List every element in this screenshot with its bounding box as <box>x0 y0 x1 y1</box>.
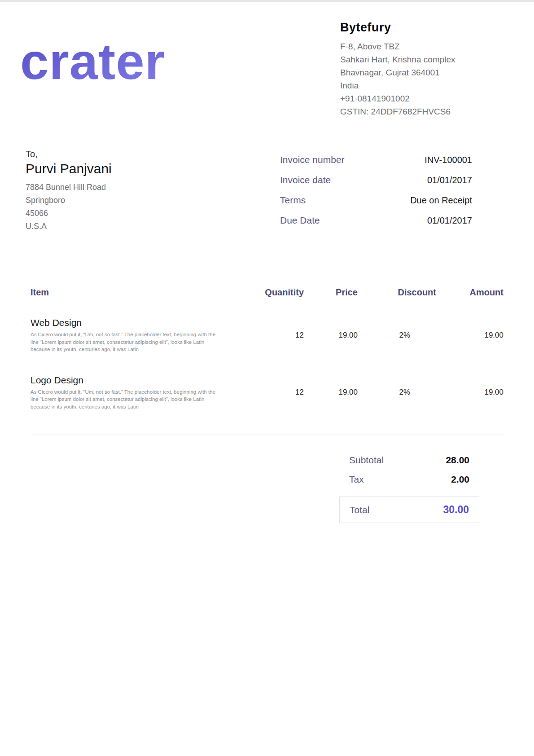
total-box: Total 30.00 <box>339 497 479 523</box>
invoice-info-section: To, Purvi Panjvani 7884 Bunnel Hill Road… <box>0 129 534 235</box>
terms-label: Terms <box>280 195 306 206</box>
subtotal-value: 28.00 <box>446 455 469 466</box>
terms-row: Terms Due on Receipt <box>280 195 472 206</box>
item-amount: 19.00 <box>436 388 503 397</box>
column-header-price: Price <box>304 287 358 298</box>
invoice-date-row: Invoice date 01/01/2017 <box>280 175 472 185</box>
customer-address-line: Springboro <box>26 194 112 207</box>
column-header-item: Item <box>31 287 259 298</box>
company-gstin: GSTIN: 24DDF7682FHVCS6 <box>340 105 475 118</box>
column-header-discount: Discount <box>358 287 436 298</box>
company-info: Bytefury F-8, Above TBZ Sahkari Hart, Kr… <box>340 17 475 118</box>
item-description: As Cicero would put it, “Um, not so fast… <box>31 331 221 353</box>
invoice-number-label: Invoice number <box>280 154 345 165</box>
table-bottom-divider <box>31 435 503 435</box>
crater-logo-text: crater <box>20 33 165 90</box>
table-row: Web Design As Cicero would put it, “Um, … <box>31 317 503 353</box>
item-name: Logo Design <box>31 375 259 386</box>
invoice-date-value: 01/01/2017 <box>427 175 472 185</box>
item-name: Web Design <box>31 317 259 328</box>
crater-logo-image: crater <box>20 29 222 92</box>
total-value: 30.00 <box>443 504 469 516</box>
crater-logo: crater <box>20 29 222 93</box>
customer-address-line: 7884 Bunnel Hill Road <box>26 181 112 194</box>
item-quantity: 12 <box>259 331 304 340</box>
bill-to-block: To, Purvi Panjvani 7884 Bunnel Hill Road… <box>26 149 112 235</box>
bill-to-label: To, <box>26 149 112 159</box>
item-description: As Cicero would put it, “Um, not so fast… <box>31 388 221 411</box>
item-quantity: 12 <box>259 388 304 397</box>
tax-row: Tax 2.00 <box>339 474 479 485</box>
customer-address-line: 45066 <box>26 207 112 220</box>
customer-name: Purvi Panjvani <box>26 161 112 176</box>
items-table-header: Item Quanitity Price Discount Amount <box>31 287 503 298</box>
item-price: 19.00 <box>304 388 358 397</box>
total-label: Total <box>350 505 369 515</box>
table-row: Logo Design As Cicero would put it, “Um,… <box>31 375 503 411</box>
due-date-value: 01/01/2017 <box>427 215 472 226</box>
column-header-quantity: Quanitity <box>259 287 304 298</box>
due-date-label: Due Date <box>280 215 320 226</box>
company-address-line: Sahkari Hart, Krishna complex <box>340 53 475 66</box>
items-table: Item Quanitity Price Discount Amount Web… <box>0 287 534 523</box>
invoice-date-label: Invoice date <box>280 175 331 185</box>
subtotal-row: Subtotal 28.00 <box>339 455 479 466</box>
totals-block: Subtotal 28.00 Tax 2.00 Total 30.00 <box>339 455 479 523</box>
tax-label: Tax <box>349 474 364 485</box>
terms-value: Due on Receipt <box>410 195 472 206</box>
company-address-line: F-8, Above TBZ <box>340 40 475 53</box>
company-address-line: Bhavnagar, Gujrat 364001 <box>340 66 475 79</box>
customer-address-line: U.S.A <box>26 220 112 233</box>
invoice-meta-block: Invoice number INV-100001 Invoice date 0… <box>280 149 472 235</box>
item-price: 19.00 <box>304 331 358 340</box>
item-amount: 19.00 <box>436 331 503 340</box>
tax-value: 2.00 <box>451 474 469 485</box>
column-header-amount: Amount <box>436 287 503 298</box>
company-address-line: India <box>340 79 475 92</box>
invoice-number-value: INV-100001 <box>425 155 472 165</box>
invoice-header: crater Bytefury F-8, Above TBZ Sahkari H… <box>0 2 534 129</box>
company-name: Bytefury <box>340 21 475 35</box>
company-phone: +91-08141901002 <box>340 92 475 105</box>
item-cell: Logo Design As Cicero would put it, “Um,… <box>31 375 259 411</box>
item-discount: 2% <box>358 388 436 397</box>
invoice-number-row: Invoice number INV-100001 <box>280 154 472 165</box>
item-discount: 2% <box>358 331 436 340</box>
subtotal-label: Subtotal <box>349 455 384 466</box>
item-cell: Web Design As Cicero would put it, “Um, … <box>31 317 259 353</box>
due-date-row: Due Date 01/01/2017 <box>280 215 472 226</box>
